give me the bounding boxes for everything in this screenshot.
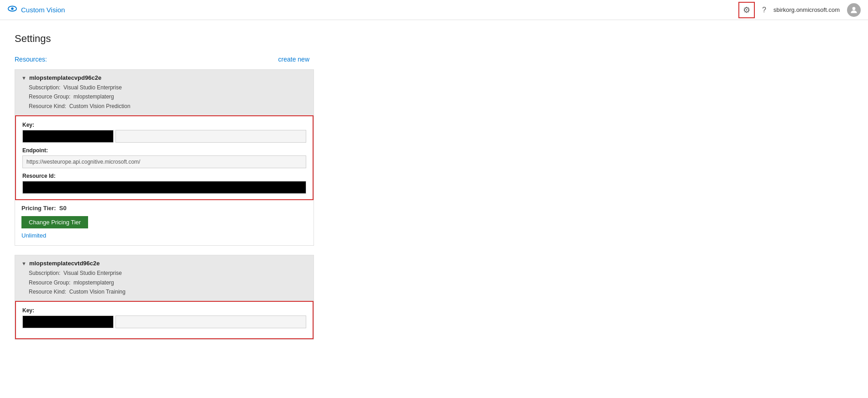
resource-1-name-row: ▼ mlopstemplatecvpd96c2e [21,74,307,81]
resource-2-meta: Subscription: Visual Studio Enterprise R… [21,269,307,296]
resource-group-row-2: Resource Group: mlopstemplaterg [29,278,307,287]
resource-2-name-row: ▼ mlopstemplatecvtd96c2e [21,260,307,267]
subscription-value-2: Visual Studio Enterprise [63,270,122,276]
avatar[interactable] [847,3,861,17]
resource-2-details: Key: [15,301,314,339]
app-title: Custom Vision [21,6,65,14]
header: Custom Vision ⚙ ? sbirkorg.onmicrosoft.c… [0,0,868,20]
settings-button[interactable]: ⚙ [738,2,755,18]
resource-2-header: ▼ mlopstemplatecvtd96c2e Subscription: V… [15,255,314,301]
chevron-down-icon[interactable]: ▼ [21,75,26,81]
resources-label: Resources: [15,56,278,63]
page-title: Settings [15,33,314,45]
header-left: Custom Vision [7,4,65,16]
resource-id-field[interactable] [22,181,306,194]
svg-point-2 [852,7,856,10]
key-input-primary-2[interactable] [22,315,114,328]
chevron-down-icon-2[interactable]: ▼ [21,261,26,266]
resource-kind-label: Resource Kind: [29,103,66,109]
pricing-tier-value: S0 [59,205,67,212]
change-pricing-tier-button[interactable]: Change Pricing Tier [21,216,88,228]
key-field-row [22,130,306,143]
resource-kind-row: Resource Kind: Custom Vision Prediction [29,102,307,111]
endpoint-label: Endpoint: [22,147,306,154]
unlimited-link[interactable]: Unlimited [21,232,46,239]
gear-icon: ⚙ [743,5,750,15]
resource-group-label-2: Resource Group: [29,279,70,286]
svg-point-1 [11,7,14,10]
resource-2-name: mlopstemplatecvtd96c2e [29,260,100,267]
endpoint-value: https://westeurope.api.cognitive.microso… [26,159,140,165]
resource-1-name: mlopstemplatecvpd96c2e [29,74,101,81]
help-button[interactable]: ? [762,6,766,14]
main-content: Settings Resources: create new ▼ mlopste… [0,20,329,362]
eye-icon [7,4,17,16]
resource-kind-row-2: Resource Kind: Custom Vision Training [29,287,307,296]
resource-1-details: Key: Endpoint: https://westeurope.api.co… [15,115,314,200]
subscription-label-2: Subscription: [29,270,60,276]
resource-group-value: mlopstemplaterg [73,93,114,100]
key-label: Key: [22,122,306,128]
key-input-primary[interactable] [22,130,114,143]
subscription-value: Visual Studio Enterprise [63,84,122,91]
resource-group-row: Resource Group: mlopstemplaterg [29,92,307,101]
endpoint-field[interactable]: https://westeurope.api.cognitive.microso… [22,155,306,168]
resource-id-label: Resource Id: [22,173,306,179]
resource-group-label: Resource Group: [29,93,70,100]
key-field-row-2 [22,315,306,328]
pricing-section: Pricing Tier: S0 Change Pricing Tier Unl… [15,200,314,245]
subscription-row-2: Subscription: Visual Studio Enterprise [29,269,307,278]
resource-kind-label-2: Resource Kind: [29,289,66,295]
resource-1-meta: Subscription: Visual Studio Enterprise R… [21,83,307,111]
key-label-2: Key: [22,307,306,314]
resource-card-2: ▼ mlopstemplatecvtd96c2e Subscription: V… [15,255,314,340]
pricing-tier-label: Pricing Tier: S0 [21,205,307,212]
resource-kind-value: Custom Vision Prediction [69,103,131,109]
resource-group-value-2: mlopstemplaterg [73,279,114,286]
key-input-secondary[interactable] [115,130,306,143]
subscription-row: Subscription: Visual Studio Enterprise [29,83,307,92]
create-new-link[interactable]: create new [278,56,309,63]
key-input-secondary-2[interactable] [115,315,306,328]
resource-card-1: ▼ mlopstemplatecvpd96c2e Subscription: V… [15,69,314,246]
resource-1-header: ▼ mlopstemplatecvpd96c2e Subscription: V… [15,70,314,115]
resource-kind-value-2: Custom Vision Training [69,289,125,295]
username-label: sbirkorg.onmicrosoft.com [774,6,840,13]
resources-header: Resources: create new [15,56,314,63]
subscription-label: Subscription: [29,84,60,91]
header-right: ⚙ ? sbirkorg.onmicrosoft.com [738,2,861,18]
